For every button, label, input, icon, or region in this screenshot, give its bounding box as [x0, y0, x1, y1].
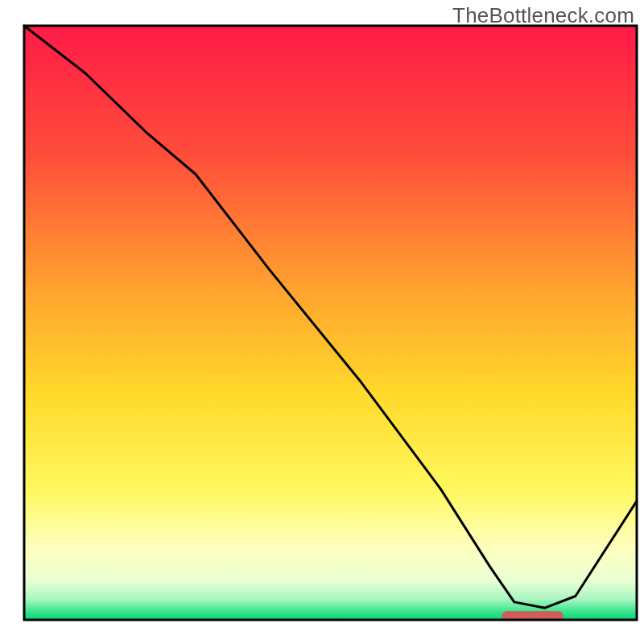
chart-container: TheBottleneck.com — [0, 0, 644, 644]
watermark-text: TheBottleneck.com — [452, 3, 634, 28]
chart-background — [24, 26, 637, 620]
bottleneck-chart — [0, 0, 644, 644]
